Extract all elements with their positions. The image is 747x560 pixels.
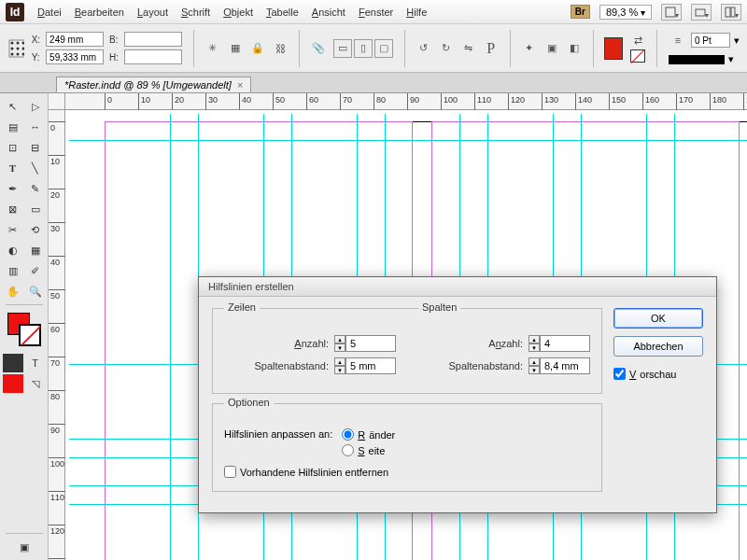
spin-up-icon[interactable]: ▲: [334, 357, 345, 366]
gradient-mode-icon[interactable]: ◹: [25, 374, 46, 393]
none-color-icon[interactable]: [630, 49, 645, 63]
reference-point-icon[interactable]: [7, 38, 24, 59]
line-tool-icon[interactable]: ╲: [25, 159, 46, 177]
guide-horizontal[interactable]: [69, 140, 747, 141]
b-input[interactable]: [124, 32, 182, 47]
menu-hilfe[interactable]: Hilfe: [406, 7, 427, 18]
ok-button[interactable]: OK: [613, 308, 703, 329]
menu-layout[interactable]: Layout: [137, 7, 168, 18]
spin-up-icon[interactable]: ▲: [334, 335, 345, 343]
type-tool-icon[interactable]: T: [3, 159, 23, 177]
guide-vertical[interactable]: [170, 114, 171, 560]
x-input[interactable]: [46, 32, 104, 47]
hand-tool-icon[interactable]: ✋: [3, 282, 23, 301]
eyedrop-tool-icon[interactable]: ✐: [25, 261, 46, 280]
preview-checkbox[interactable]: Vorschau: [613, 368, 703, 380]
paragraph-icon[interactable]: P: [484, 39, 499, 58]
flip-icon[interactable]: ⇋: [461, 39, 476, 58]
bridge-badge[interactable]: Br: [571, 5, 590, 19]
fill-color-swatch[interactable]: [604, 37, 623, 60]
b-label: B:: [109, 35, 119, 45]
align2-icon[interactable]: ▯: [354, 39, 373, 58]
apply-color-icon[interactable]: [3, 354, 23, 372]
zoom-level[interactable]: 89,3 % ▾: [599, 5, 652, 20]
rect-tool-icon[interactable]: ▭: [25, 200, 46, 218]
menu-objekt[interactable]: Objekt: [223, 7, 253, 18]
cols-count-input[interactable]: [540, 335, 590, 352]
cols-gutter-input[interactable]: [540, 357, 590, 374]
pencil-tool-icon[interactable]: ✎: [25, 179, 46, 198]
rotate-left-icon[interactable]: ↺: [416, 39, 431, 58]
chevron-down-icon[interactable]: ▾: [728, 53, 734, 65]
effects-icon[interactable]: ✦: [522, 39, 537, 58]
align1-icon[interactable]: ▭: [333, 39, 352, 58]
align3-icon[interactable]: ▢: [374, 39, 393, 58]
grid-icon[interactable]: ▦: [228, 39, 243, 58]
note-tool-icon[interactable]: ▥: [3, 261, 23, 280]
menu-bearbeiten[interactable]: Bearbeiten: [75, 7, 124, 18]
fit-page-radio[interactable]: Seite: [342, 444, 395, 456]
menu-ansicht[interactable]: Ansicht: [312, 7, 345, 18]
content-tool-icon[interactable]: ⊡: [3, 138, 23, 157]
ruler-vertical[interactable]: 0102030405060708090100110120130: [49, 110, 65, 560]
color-mode-icon[interactable]: [3, 374, 23, 393]
screen-mode-icon[interactable]: ▣: [6, 538, 43, 556]
corner-icon[interactable]: ◧: [567, 39, 582, 58]
y-input[interactable]: [46, 49, 104, 64]
fit-margins-radio[interactable]: Ränder: [342, 428, 395, 441]
view-mode-dropdown[interactable]: [661, 4, 682, 21]
spin-up-icon[interactable]: ▲: [529, 357, 540, 366]
clip-icon[interactable]: 📎: [311, 39, 326, 58]
control-bar: X: B: Y: H: ✳ ▦ 🔒 ⛓ 📎 ▭ ▯ ▢ ↺ ↻ ⇋ P ✦ ▣ …: [0, 24, 747, 73]
menu-datei[interactable]: Datei: [37, 7, 62, 18]
gradient-tool-icon[interactable]: ◐: [3, 241, 23, 259]
swap-color-icon[interactable]: ⇄: [630, 35, 645, 48]
arrange-dropdown[interactable]: [721, 4, 741, 21]
zoom-tool-icon[interactable]: 🔍: [25, 282, 46, 301]
fill-stroke-swatch[interactable]: [7, 313, 41, 346]
content-tool2-icon[interactable]: ⊟: [25, 138, 46, 157]
h-input[interactable]: [124, 49, 182, 64]
remove-existing-checkbox[interactable]: Vorhandene Hilfslinien entfernen: [224, 466, 590, 478]
selection-tool-icon[interactable]: ↖: [3, 97, 23, 116]
chevron-down-icon[interactable]: ▾: [734, 35, 740, 47]
pen-tool-icon[interactable]: ✒: [3, 179, 23, 198]
menu-schrift[interactable]: Schrift: [181, 7, 210, 18]
gradient2-tool-icon[interactable]: ▦: [25, 241, 46, 259]
lock-icon[interactable]: 🔒: [250, 39, 265, 58]
apply-text-icon[interactable]: T: [25, 354, 46, 372]
scissors-tool-icon[interactable]: ✂: [3, 220, 23, 239]
ruler-horizontal[interactable]: 0102030405060708090100110120130140150160…: [65, 93, 747, 110]
menu-fenster[interactable]: Fenster: [359, 7, 393, 18]
canvas[interactable]: 0102030405060708090100110120130140150160…: [49, 93, 747, 560]
spin-down-icon[interactable]: ▼: [334, 366, 345, 374]
spin-down-icon[interactable]: ▼: [529, 343, 540, 352]
transform-tool-icon[interactable]: ⟲: [25, 220, 46, 239]
document-tab[interactable]: *Raster.indd @ 89 % [Umgewandelt] ×: [56, 77, 251, 92]
cancel-button[interactable]: Abbrechen: [613, 336, 703, 357]
frame-tool-icon[interactable]: ⊠: [3, 200, 23, 218]
stroke-weight-input[interactable]: [691, 33, 730, 48]
svg-rect-3: [731, 7, 735, 17]
rotate-right-icon[interactable]: ↻: [439, 39, 454, 58]
app-logo-icon: Id: [6, 3, 24, 21]
direct-select-tool-icon[interactable]: ▷: [25, 97, 46, 116]
spin-up-icon[interactable]: ▲: [529, 335, 540, 343]
rows-count-input[interactable]: [345, 335, 396, 352]
link-icon[interactable]: ⛓: [273, 39, 288, 58]
stroke-style-preview[interactable]: [669, 55, 725, 64]
tab-title: *Raster.indd @ 89 % [Umgewandelt]: [64, 79, 232, 91]
screen-mode-dropdown[interactable]: [691, 4, 712, 21]
close-icon[interactable]: ×: [237, 79, 243, 91]
rows-count-label: Anzahl:: [294, 338, 329, 349]
page-tool-icon[interactable]: ▤: [3, 118, 23, 136]
rows-gutter-input[interactable]: [345, 357, 396, 374]
wrap-icon[interactable]: ▣: [544, 39, 559, 58]
gap-tool-icon[interactable]: ↔: [25, 118, 46, 136]
bug-icon[interactable]: ✳: [205, 39, 220, 58]
menu-tabelle[interactable]: Tabelle: [266, 7, 299, 18]
fit-label: Hilfslinien anpassen an:: [224, 428, 332, 440]
ruler-origin[interactable]: [49, 93, 65, 110]
spin-down-icon[interactable]: ▼: [529, 366, 540, 374]
spin-down-icon[interactable]: ▼: [334, 343, 345, 352]
